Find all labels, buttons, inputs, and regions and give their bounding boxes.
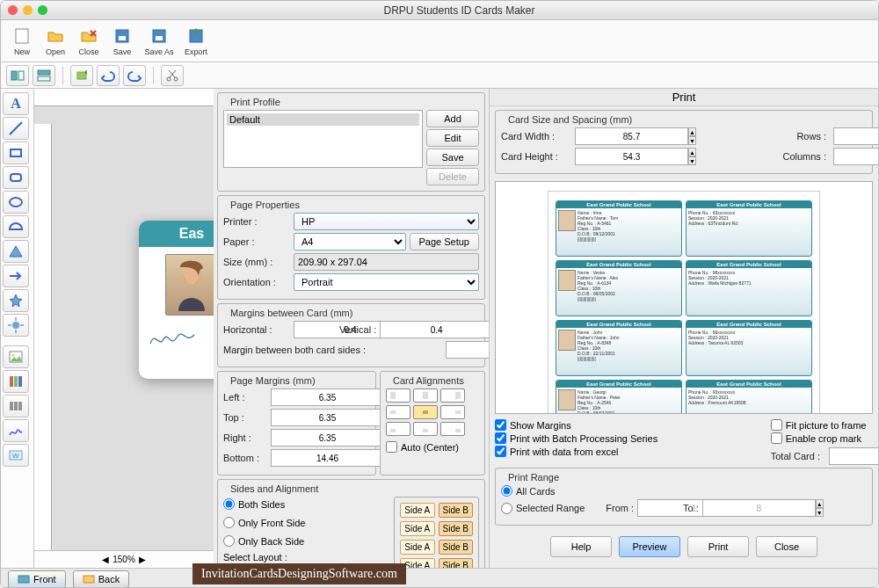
help-button[interactable]: Help	[550, 536, 612, 557]
svg-rect-26	[18, 376, 22, 387]
back-only-radio[interactable]	[223, 535, 235, 547]
library-tool[interactable]	[3, 370, 29, 393]
new-button[interactable]: New	[6, 22, 38, 61]
saveas-button[interactable]: Save As	[140, 22, 178, 61]
rows-spinner[interactable]: ▲▼	[833, 127, 867, 145]
halfellipse-tool[interactable]	[3, 215, 29, 238]
close-button[interactable]: Close	[73, 22, 105, 61]
back-tab[interactable]: Back	[73, 570, 129, 588]
undo-button[interactable]	[97, 65, 120, 86]
svg-line-13	[10, 122, 22, 134]
show-margins-checkbox[interactable]	[495, 419, 506, 431]
redo-button[interactable]	[123, 65, 146, 86]
flip-v-button[interactable]	[33, 65, 55, 86]
card-height-spinner[interactable]: ▲▼	[575, 148, 628, 165]
size-field	[294, 253, 479, 271]
cols-spinner[interactable]: ▲▼	[833, 148, 867, 165]
side-layout-grid[interactable]: Side ASide B Side ASide B Side ASide B S…	[394, 497, 479, 568]
margin-top-spinner[interactable]: ▲▼	[271, 409, 323, 426]
svg-rect-39	[390, 410, 396, 414]
watermark-tool[interactable]: W	[3, 444, 29, 467]
canvas-area: Eas ◀150%▶	[34, 89, 214, 568]
auto-center-checkbox[interactable]	[386, 441, 397, 453]
alignment-grid[interactable]	[386, 388, 479, 436]
front-tab[interactable]: Front	[8, 570, 66, 588]
window-maximize[interactable]	[38, 5, 47, 15]
preview-card-back: East Grand Public SchoolPhone No. : 96xx…	[686, 320, 812, 376]
svg-rect-0	[16, 29, 28, 43]
front-only-radio[interactable]	[223, 517, 235, 528]
text-tool[interactable]: A	[3, 92, 29, 115]
rotate-button[interactable]	[70, 65, 93, 86]
printer-select[interactable]: HP	[294, 213, 479, 230]
paper-select[interactable]: A4	[294, 233, 406, 250]
card-photo	[165, 254, 214, 316]
svg-point-16	[10, 198, 22, 207]
margin-h-spinner[interactable]: ▲▼	[294, 321, 327, 338]
preview-card-front: East Grand Public SchoolName : VeskaFath…	[556, 260, 682, 316]
margin-both-spinner[interactable]: ▲▼	[446, 341, 479, 359]
fit-picture-checkbox[interactable]	[771, 419, 782, 431]
triangle-tool[interactable]	[3, 240, 29, 263]
range-from-spinner: ▲▼	[637, 499, 671, 517]
card-design-preview[interactable]: Eas	[139, 221, 214, 379]
svg-rect-38	[455, 392, 461, 399]
signature-tool[interactable]	[3, 419, 29, 442]
all-cards-radio[interactable]	[501, 485, 512, 497]
profile-save-button[interactable]: Save	[426, 149, 479, 166]
preview-card-back: East Grand Public SchoolPhone No. : 63xx…	[686, 200, 812, 257]
close-dialog-button[interactable]: Close	[756, 536, 817, 557]
open-button[interactable]: Open	[40, 22, 71, 61]
margin-v-spinner[interactable]: ▲▼	[380, 321, 413, 338]
cut-button[interactable]	[161, 65, 184, 86]
orientation-select[interactable]: Portrait	[294, 273, 479, 291]
selected-range-radio[interactable]	[501, 503, 512, 514]
card-width-spinner[interactable]: ▲▼	[575, 127, 628, 145]
profile-edit-button[interactable]: Edit	[426, 129, 479, 147]
margin-right-spinner[interactable]: ▲▼	[271, 429, 323, 446]
excel-checkbox[interactable]	[495, 446, 506, 457]
save-button[interactable]: Save	[106, 22, 138, 61]
roundrect-tool[interactable]	[3, 166, 29, 189]
image-tool[interactable]	[3, 345, 29, 368]
profile-add-button[interactable]: Add	[426, 110, 479, 127]
card-alignments-group: Card Alignments Auto (Center)	[380, 371, 485, 475]
sides-alignment-group: Sides and Alignment Both Sides Only Fron…	[217, 479, 485, 568]
svg-text:W: W	[12, 452, 19, 460]
flip-h-button[interactable]	[6, 65, 29, 86]
burst-tool[interactable]	[3, 314, 29, 337]
print-range-group: Print Range All Cards Selected Range Fro…	[495, 468, 873, 526]
sub-toolbar	[1, 62, 878, 89]
window-minimize[interactable]	[23, 5, 33, 15]
star-tool[interactable]	[3, 289, 29, 312]
svg-rect-40	[423, 410, 428, 414]
ellipse-tool[interactable]	[3, 191, 29, 214]
preview-button[interactable]: Preview	[619, 536, 680, 557]
page-properties-group: Page Properties Printer :HP Paper :A4Pag…	[217, 195, 485, 300]
line-tool[interactable]	[3, 117, 29, 140]
svg-point-12	[174, 77, 178, 81]
svg-rect-25	[14, 376, 18, 387]
svg-rect-24	[10, 376, 13, 387]
svg-rect-14	[11, 149, 21, 156]
margin-left-spinner[interactable]: ▲▼	[271, 388, 323, 406]
profile-list[interactable]: Default	[223, 110, 423, 168]
card-header: Eas	[139, 221, 214, 247]
total-card-spinner[interactable]: ▲▼	[829, 447, 873, 465]
print-button[interactable]: Print	[687, 536, 749, 557]
batch-checkbox[interactable]	[495, 432, 506, 444]
export-button[interactable]: Export	[180, 22, 212, 61]
watermark-label: InvitationCardsDesigningSoftware.com	[193, 563, 406, 584]
margin-bottom-spinner[interactable]: ▲▼	[271, 449, 323, 467]
svg-rect-15	[11, 174, 21, 181]
arrow-tool[interactable]	[3, 265, 29, 287]
page-setup-button[interactable]: Page Setup	[410, 233, 480, 250]
app-title: DRPU Students ID Cards Maker	[47, 4, 871, 17]
barcode-tool[interactable]	[3, 395, 29, 417]
crop-mark-checkbox[interactable]	[771, 432, 782, 444]
svg-rect-36	[390, 392, 396, 399]
window-close[interactable]	[8, 5, 18, 15]
svg-point-17	[12, 322, 19, 329]
rect-tool[interactable]	[3, 142, 29, 164]
both-sides-radio[interactable]	[223, 498, 235, 510]
